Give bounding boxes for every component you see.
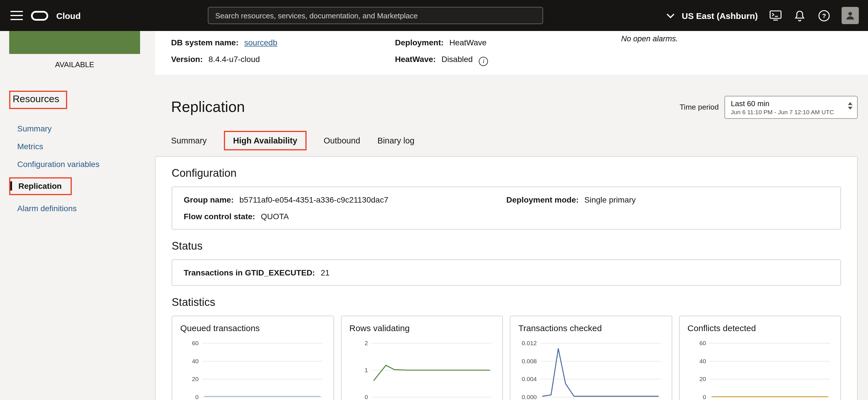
line-chart: 020406023:1523:2523:3523:4523:5500:05Jun… <box>180 337 328 400</box>
line-chart: 0.0000.0040.0080.01223:1523:3023:4500:00… <box>518 337 665 400</box>
notifications-icon[interactable] <box>794 9 806 22</box>
version-row: Version: 8.4.4-u7-cloud <box>171 53 395 65</box>
flow-control-row: Flow control state: QUOTA <box>184 211 506 221</box>
svg-text:0: 0 <box>702 394 706 400</box>
time-period-value: Last 60 min <box>731 99 843 109</box>
time-period-label: Time period <box>680 103 719 112</box>
sidebar: AVAILABLE Resources Summary Metrics Conf… <box>0 31 155 400</box>
open-alarms-text: No open alarms. <box>621 34 678 43</box>
svg-text:?: ? <box>822 12 826 19</box>
flow-control-label: Flow control state: <box>184 212 255 221</box>
heatwave-label: HeatWave: <box>395 55 436 64</box>
configuration-heading: Configuration <box>172 167 841 180</box>
version-label: Version: <box>171 55 203 64</box>
svg-text:2: 2 <box>364 340 368 346</box>
svg-text:1: 1 <box>364 367 368 373</box>
sidebar-link-configuration-variables[interactable]: Configuration variables <box>9 159 99 169</box>
configuration-section: Configuration Group name: b5711af0-e054-… <box>172 167 841 229</box>
tab-outbound[interactable]: Outbound <box>324 132 360 149</box>
resources-heading: Resources <box>12 94 59 104</box>
svg-text:0.000: 0.000 <box>522 394 537 400</box>
status-box: Transactions in GTID_EXECUTED: 21 <box>172 259 841 286</box>
deployment-value: HeatWave <box>449 38 487 47</box>
chart-card-queued-transactions: Queued transactions 020406023:1523:2523:… <box>172 316 334 400</box>
sidebar-link-replication[interactable]: Replication <box>10 181 62 190</box>
svg-text:0.008: 0.008 <box>522 358 537 364</box>
chart-title: Queued transactions <box>180 323 328 333</box>
heatwave-value: Disabled <box>441 55 473 64</box>
svg-text:0.012: 0.012 <box>522 340 537 346</box>
svg-text:0: 0 <box>364 394 368 400</box>
gtid-label: Transactions in GTID_EXECUTED: <box>184 268 315 277</box>
page-header: Replication Time period Last 60 min Jun … <box>171 88 858 126</box>
db-system-name-link[interactable]: sourcedb <box>244 38 277 47</box>
db-system-name-row: DB system name: sourcedb <box>171 37 395 48</box>
gtid-value: 21 <box>321 268 330 277</box>
console-window-icon[interactable] <box>769 9 782 22</box>
replication-tabs: Summary High Availability Outbound Binar… <box>171 131 858 150</box>
sidebar-item-summary: Summary <box>9 124 155 133</box>
annotation-box-resources: Resources <box>9 91 67 109</box>
line-chart: 01223:1523:2523:3523:4523:5500:05Jun 6, … <box>349 337 497 400</box>
availability-label: AVAILABLE <box>9 60 140 69</box>
svg-text:40: 40 <box>699 358 706 364</box>
db-system-name-label: DB system name: <box>171 38 239 47</box>
statistics-charts: Queued transactions 020406023:1523:2523:… <box>172 316 841 400</box>
sidebar-item-configuration-variables: Configuration variables <box>9 159 155 169</box>
chart-title: Rows validating <box>349 323 497 333</box>
chart-title: Transactions checked <box>518 323 665 333</box>
svg-text:20: 20 <box>192 376 198 382</box>
group-name-row: Group name: b5711af0-e054-4351-a336-c9c2… <box>184 194 506 205</box>
status-heading: Status <box>172 240 841 252</box>
topbar: Cloud US East (Ashburn) <box>0 0 868 31</box>
sidebar-link-summary[interactable]: Summary <box>9 124 52 133</box>
main-content: DB system name: sourcedb Deployment: Hea… <box>155 31 868 400</box>
sidebar-link-metrics[interactable]: Metrics <box>9 142 43 151</box>
chart-card-conflicts-detected: Conflicts detected 020406023:1523:2523:3… <box>679 316 841 400</box>
statistics-section: Statistics Queued transactions 020406023… <box>172 296 841 400</box>
console-page: Cloud US East (Ashburn) <box>0 0 868 400</box>
group-name-value: b5711af0-e054-4351-a336-c9c21130dac7 <box>239 195 389 204</box>
deployment-label: Deployment: <box>395 38 444 47</box>
svg-text:0: 0 <box>195 394 198 400</box>
svg-text:20: 20 <box>699 376 706 382</box>
brand-label: Cloud <box>56 11 81 20</box>
sidebar-link-alarm-definitions[interactable]: Alarm definitions <box>9 204 76 213</box>
tab-summary[interactable]: Summary <box>171 132 207 149</box>
search-bar <box>208 7 543 24</box>
availability-status-box <box>9 31 140 54</box>
deployment-mode-label: Deployment mode: <box>506 195 579 204</box>
page-title: Replication <box>171 98 245 116</box>
time-period-range: Jun 6 11:10 PM - Jun 7 12:10 AM UTC <box>731 109 843 116</box>
updown-chevrons-icon <box>848 102 852 110</box>
status-section: Status Transactions in GTID_EXECUTED: 21 <box>172 240 841 286</box>
sidebar-item-metrics: Metrics <box>9 142 155 151</box>
tab-binary-log[interactable]: Binary log <box>377 132 414 149</box>
deployment-mode-value: Single primary <box>584 195 636 204</box>
heatwave-row: HeatWave: Disabled i <box>395 53 868 65</box>
time-period-select[interactable]: Last 60 min Jun 6 11:10 PM - Jun 7 12:10… <box>724 96 858 119</box>
region-label: US East (Ashburn) <box>682 11 758 20</box>
oracle-logo <box>31 11 48 20</box>
chevron-down-icon <box>664 9 677 22</box>
sidebar-item-alarm-definitions: Alarm definitions <box>9 204 155 213</box>
region-selector[interactable]: US East (Ashburn) <box>664 9 758 22</box>
chart-card-transactions-checked: Transactions checked 0.0000.0040.0080.01… <box>510 316 672 400</box>
user-avatar-icon[interactable] <box>842 7 859 24</box>
menu-icon[interactable] <box>10 11 23 20</box>
resources-list: Summary Metrics Configuration variables … <box>9 124 155 213</box>
line-chart: 020406023:1523:2523:3523:4523:5500:05Jun… <box>687 337 835 400</box>
svg-text:40: 40 <box>192 358 198 364</box>
search-input[interactable] <box>208 7 543 24</box>
statistics-heading: Statistics <box>172 296 841 309</box>
help-icon[interactable]: ? <box>817 9 830 22</box>
chart-card-rows-validating: Rows validating 01223:1523:2523:3523:452… <box>341 316 503 400</box>
db-system-info-card: DB system name: sourcedb Deployment: Hea… <box>155 31 868 74</box>
svg-text:60: 60 <box>699 340 706 346</box>
info-icon[interactable]: i <box>479 57 488 66</box>
group-name-label: Group name: <box>184 195 234 204</box>
configuration-box: Group name: b5711af0-e054-4351-a336-c9c2… <box>172 186 841 229</box>
sidebar-item-replication: Replication <box>9 177 155 195</box>
svg-text:0.004: 0.004 <box>522 376 537 382</box>
tab-high-availability[interactable]: High Availability <box>233 136 297 145</box>
